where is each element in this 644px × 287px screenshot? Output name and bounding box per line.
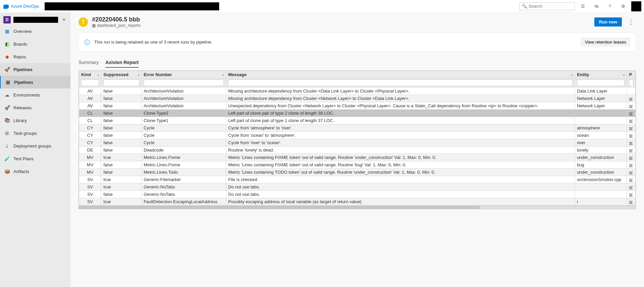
table-cell: ArchitectureViolation (141, 88, 226, 95)
more-actions-button[interactable]: ⋮ (626, 18, 636, 26)
col-message[interactable]: Message▲ (226, 71, 575, 78)
product-home-link[interactable]: Azure DevOps (3, 3, 39, 9)
nav-pipelines-sub[interactable]: ▣ Pipelines (0, 76, 70, 89)
table-cell: Cycle from 'river' to 'ocean'. (226, 139, 575, 147)
tabs: Summary Axivion Report (79, 58, 636, 68)
nav-library[interactable]: 📚 Library (0, 114, 70, 127)
marketplace-icon[interactable]: 🛍 (591, 1, 602, 12)
tab-axivion-report[interactable]: Axivion Report (105, 58, 139, 68)
breadcrumb-redacted (45, 2, 219, 10)
project-selector[interactable]: D + (0, 15, 70, 25)
add-icon[interactable]: + (61, 16, 67, 23)
user-settings-icon[interactable]: ⚙ (618, 1, 629, 12)
table-cell: CL (79, 110, 101, 117)
table-row[interactable]: AVfalseArchitectureViolationMissing arch… (79, 88, 636, 95)
table-cell: false (101, 88, 142, 95)
table-cell: Metric.Lines.Fixme (141, 154, 226, 161)
col-p[interactable]: P (627, 71, 636, 78)
table-row[interactable]: SVtrueGeneric-FilemarkerFile is checked.… (79, 176, 636, 183)
deployment-groups-icon: ⇣ (4, 143, 10, 149)
run-new-button[interactable]: Run new (594, 17, 622, 26)
nav-deployment-groups[interactable]: ⇣ Deployment groups (0, 139, 70, 152)
table-row[interactable]: AVfalseArchitectureViolationMissing arch… (79, 95, 636, 102)
tab-summary[interactable]: Summary (79, 58, 99, 68)
nav-label: Task groups (13, 131, 37, 136)
table-row[interactable]: SVfalseGeneric-NoTabsDo not use tabs.sr (79, 191, 636, 198)
filter-message[interactable] (228, 79, 573, 86)
table-row[interactable]: MVtrueMetric.Lines.FixmeMetric 'Lines co… (79, 154, 636, 161)
view-retention-button[interactable]: View retention leases (581, 38, 630, 47)
nav-boards[interactable]: ◧ Boards (0, 38, 70, 50)
table-row[interactable]: CLfalseClone-Type1Left part of clone pai… (79, 117, 636, 124)
table-cell: Routine 'lonely' is dead. (226, 147, 575, 154)
nav-task-groups[interactable]: ⊞ Task groups (0, 127, 70, 139)
table-row[interactable]: CYfalseCycleCycle from 'ocean' to 'atmos… (79, 132, 636, 139)
table-row[interactable]: CLfalseClone-Type2Left part of clone pai… (79, 110, 636, 117)
col-kind[interactable]: Kind▲ (79, 71, 101, 78)
nav-test-plans[interactable]: 🧪 Test Plans (0, 152, 70, 165)
search-input[interactable]: 🔍 (519, 2, 575, 10)
help-icon[interactable]: ? (604, 1, 615, 12)
nav-repos[interactable]: ◆ Repos (0, 50, 70, 63)
product-name: Azure DevOps (11, 4, 39, 9)
table-cell (575, 191, 627, 198)
pipeline-name[interactable]: ▦ dashboard_json_reports (92, 23, 140, 28)
table-cell: false (101, 110, 142, 117)
table-row[interactable]: SVtrueFaultDetection-EscapingLocalAddres… (79, 198, 636, 206)
table-cell: under_construction (575, 154, 627, 161)
nav-environments[interactable]: ☁ Environments (0, 89, 70, 101)
library-icon: 📚 (4, 117, 10, 123)
table-row[interactable]: AVfalseArchitectureViolationUnexpected d… (79, 102, 636, 110)
table-cell: sr (627, 176, 636, 183)
environments-icon: ☁ (4, 92, 10, 98)
search-field[interactable] (529, 4, 585, 9)
table-cell: Unexpected dependency from Cluster <Netw… (226, 102, 575, 110)
pipeline-icon: ▦ (92, 23, 96, 28)
nav-releases[interactable]: 🚀 Releases (0, 101, 70, 114)
table-cell: sr (627, 191, 636, 198)
project-name-redacted (13, 17, 58, 23)
info-icon: i (84, 40, 90, 45)
nav-artifacts[interactable]: 📦 Artifacts (0, 165, 70, 178)
table-cell: false (101, 102, 142, 110)
task-groups-icon: ⊞ (4, 130, 10, 136)
table-cell: Data Link Layer (575, 88, 627, 95)
banner-text: This run is being retained as one of 3 r… (94, 40, 212, 45)
pipeline-icon: ▣ (5, 79, 11, 85)
table-cell: sr (627, 102, 636, 110)
table-row[interactable]: DEfalseDeadcodeRoutine 'lonely' is dead.… (79, 147, 636, 154)
col-error-number[interactable]: Error Number▲ (141, 71, 226, 78)
table-row[interactable]: MVfalseMetric.Lines.TodoMetric 'Lines co… (79, 169, 636, 176)
nav-pipelines[interactable]: 🚀 Pipelines (0, 63, 70, 76)
filter-error-number[interactable] (144, 79, 224, 86)
table-cell: Missing architecture dependency from Clu… (226, 88, 575, 95)
table-cell: SV (79, 183, 101, 191)
table-cell: Left part of clone pair of type 1 clone … (226, 117, 575, 124)
table-cell: river (575, 139, 627, 147)
sidebar: D + ▦ Overview ◧ Boards ◆ Repos 🚀 Pipeli… (0, 13, 70, 287)
filter-suppressed[interactable] (103, 79, 139, 86)
table-header-row: Kind▲ Suppressed▲ Error Number▲ Message▲… (79, 71, 636, 78)
avatar[interactable] (631, 1, 641, 11)
table-row[interactable]: CYfalseCycleCycle from 'river' to 'ocean… (79, 139, 636, 147)
project-badge: D (3, 16, 11, 23)
nav-label: Repos (13, 54, 26, 59)
table-cell: AV (79, 95, 101, 102)
filter-p[interactable] (629, 79, 633, 86)
table-row[interactable]: CYfalseCycleCycle from 'atmosphere' to '… (79, 124, 636, 132)
horizontal-scrollbar[interactable] (79, 206, 636, 209)
table-cell: Metric 'Lines containing TODO token' out… (226, 169, 575, 176)
table-cell: src/erosionSmoker.cpp (575, 176, 627, 183)
col-entity[interactable]: Entity▲ (575, 71, 627, 78)
col-suppressed[interactable]: Suppressed▲ (101, 71, 142, 78)
table-cell: under_construction (575, 169, 627, 176)
azure-devops-icon (3, 3, 9, 9)
table-row[interactable]: SVtrueGeneric-NoTabsDo not use tabs.sr (79, 183, 636, 191)
list-icon[interactable]: ☰ (578, 1, 588, 12)
nav-overview[interactable]: ▦ Overview (0, 25, 70, 38)
scrollbar-thumb[interactable] (79, 206, 480, 209)
filter-kind[interactable] (81, 79, 99, 86)
table-row[interactable]: MVfalseMetric.Lines.FixmeMetric 'Lines c… (79, 161, 636, 169)
filter-entity[interactable] (577, 79, 625, 86)
table-cell: true (101, 154, 142, 161)
